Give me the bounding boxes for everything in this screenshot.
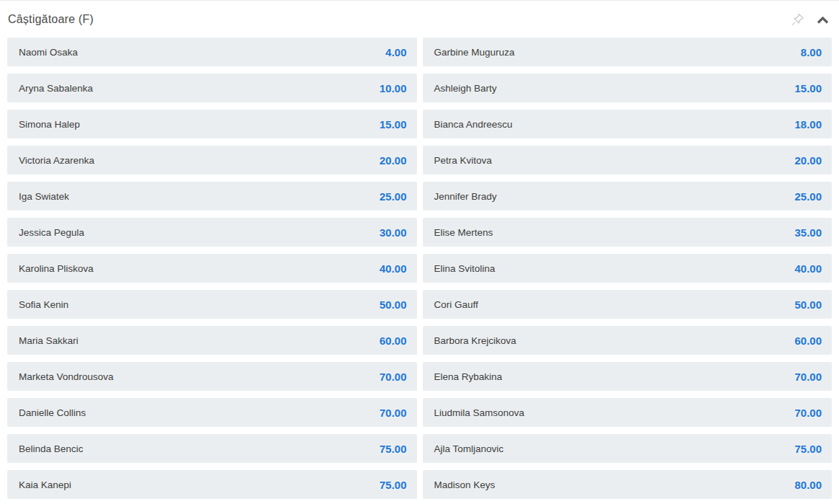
selection-odds: 80.00 bbox=[794, 479, 822, 491]
selection-row[interactable]: Cori Gauff50.00 bbox=[423, 290, 833, 319]
selection-name: Bianca Andreescu bbox=[434, 119, 513, 130]
selection-odds: 70.00 bbox=[379, 371, 407, 383]
selection-name: Garbine Muguruza bbox=[434, 47, 515, 58]
selection-odds: 75.00 bbox=[379, 479, 407, 491]
odds-market-panel: Câștigătoare (F) Naomi Osaka4.00 bbox=[0, 0, 839, 504]
selection-row[interactable]: Elina Svitolina40.00 bbox=[423, 254, 833, 283]
selections-column-right: Garbine Muguruza8.00Ashleigh Barty15.00B… bbox=[423, 37, 833, 499]
selection-name: Maria Sakkari bbox=[19, 335, 79, 346]
selection-odds: 8.00 bbox=[801, 46, 822, 58]
selection-name: Iga Swiatek bbox=[19, 191, 69, 202]
selection-odds: 30.00 bbox=[379, 226, 407, 239]
selection-row[interactable]: Danielle Collins70.00 bbox=[7, 398, 417, 427]
selection-odds: 15.00 bbox=[794, 82, 822, 94]
selection-odds: 25.00 bbox=[794, 190, 822, 203]
selection-name: Kaia Kanepi bbox=[19, 479, 71, 490]
selection-odds: 70.00 bbox=[794, 371, 822, 383]
selection-name: Petra Kvitova bbox=[434, 155, 492, 166]
selection-odds: 50.00 bbox=[379, 299, 407, 311]
chevron-up-icon bbox=[816, 14, 830, 25]
header-icons bbox=[790, 11, 830, 27]
selection-odds: 25.00 bbox=[379, 190, 407, 203]
selection-odds: 70.00 bbox=[794, 407, 822, 419]
selection-row[interactable]: Elise Mertens35.00 bbox=[423, 218, 833, 247]
selection-row[interactable]: Aryna Sabalenka10.00 bbox=[7, 74, 417, 102]
selection-name: Elise Mertens bbox=[434, 227, 493, 238]
selection-name: Belinda Bencic bbox=[19, 443, 83, 454]
selection-row[interactable]: Jennifer Brady25.00 bbox=[423, 182, 833, 211]
selection-name: Liudmila Samsonova bbox=[434, 407, 524, 418]
selection-row[interactable]: Petra Kvitova20.00 bbox=[423, 146, 833, 174]
selection-odds: 4.00 bbox=[385, 46, 406, 58]
selection-odds: 75.00 bbox=[379, 443, 407, 455]
selections-column-left: Naomi Osaka4.00Aryna Sabalenka10.00Simon… bbox=[7, 37, 417, 499]
selection-name: Barbora Krejcikova bbox=[434, 335, 517, 346]
selection-odds: 20.00 bbox=[379, 154, 407, 167]
selection-name: Ajla Tomljanovic bbox=[434, 443, 504, 454]
selection-name: Karolina Pliskova bbox=[19, 263, 94, 274]
selection-odds: 15.00 bbox=[379, 118, 407, 131]
selection-name: Jessica Pegula bbox=[19, 227, 84, 238]
selection-row[interactable]: Ashleigh Barty15.00 bbox=[423, 74, 833, 102]
selection-row[interactable]: Maria Sakkari60.00 bbox=[7, 326, 417, 355]
selections-grid: Naomi Osaka4.00Aryna Sabalenka10.00Simon… bbox=[0, 37, 839, 499]
selection-name: Madison Keys bbox=[434, 479, 496, 490]
selection-odds: 10.00 bbox=[379, 82, 407, 94]
selection-odds: 70.00 bbox=[379, 407, 407, 419]
selection-row[interactable]: Bianca Andreescu18.00 bbox=[423, 110, 833, 138]
selection-name: Sofia Kenin bbox=[19, 299, 69, 310]
selection-odds: 40.00 bbox=[794, 262, 822, 275]
selection-odds: 20.00 bbox=[794, 154, 822, 167]
selection-row[interactable]: Victoria Azarenka20.00 bbox=[7, 146, 417, 174]
selection-row[interactable]: Naomi Osaka4.00 bbox=[7, 37, 417, 66]
market-title: Câștigătoare (F) bbox=[8, 13, 94, 26]
selection-name: Aryna Sabalenka bbox=[19, 83, 93, 94]
selection-row[interactable]: Elena Rybakina70.00 bbox=[423, 362, 833, 391]
selection-name: Jennifer Brady bbox=[434, 191, 497, 202]
selection-row[interactable]: Garbine Muguruza8.00 bbox=[423, 37, 833, 66]
selection-row[interactable]: Iga Swiatek25.00 bbox=[7, 182, 417, 211]
selection-odds: 18.00 bbox=[794, 118, 822, 131]
selection-odds: 40.00 bbox=[379, 262, 407, 275]
selection-odds: 60.00 bbox=[794, 335, 822, 347]
selection-odds: 60.00 bbox=[379, 335, 407, 347]
selection-odds: 35.00 bbox=[794, 226, 822, 239]
pin-icon bbox=[790, 11, 807, 27]
selection-row[interactable]: Madison Keys80.00 bbox=[423, 470, 833, 499]
pin-button[interactable] bbox=[790, 11, 807, 27]
selection-name: Naomi Osaka bbox=[19, 47, 78, 58]
selection-name: Elina Svitolina bbox=[434, 263, 496, 274]
selection-row[interactable]: Sofia Kenin50.00 bbox=[7, 290, 417, 319]
selection-row[interactable]: Jessica Pegula30.00 bbox=[7, 218, 417, 247]
selection-row[interactable]: Karolina Pliskova40.00 bbox=[7, 254, 417, 283]
selection-row[interactable]: Belinda Bencic75.00 bbox=[7, 434, 417, 463]
selection-name: Ashleigh Barty bbox=[434, 83, 497, 94]
selection-name: Danielle Collins bbox=[19, 407, 86, 418]
selection-row[interactable]: Simona Halep15.00 bbox=[7, 110, 417, 138]
selection-odds: 50.00 bbox=[794, 299, 822, 311]
selection-odds: 75.00 bbox=[794, 443, 822, 455]
collapse-button[interactable] bbox=[816, 14, 830, 25]
selection-row[interactable]: Liudmila Samsonova70.00 bbox=[423, 398, 833, 427]
market-header: Câștigătoare (F) bbox=[0, 1, 839, 37]
selection-name: Victoria Azarenka bbox=[19, 155, 95, 166]
selection-name: Cori Gauff bbox=[434, 299, 478, 310]
selection-name: Elena Rybakina bbox=[434, 371, 503, 382]
selection-row[interactable]: Ajla Tomljanovic75.00 bbox=[423, 434, 833, 463]
selection-row[interactable]: Barbora Krejcikova60.00 bbox=[423, 326, 833, 355]
selection-row[interactable]: Kaia Kanepi75.00 bbox=[7, 470, 417, 499]
selection-name: Simona Halep bbox=[19, 119, 80, 130]
selection-row[interactable]: Marketa Vondrousova70.00 bbox=[7, 362, 417, 391]
selection-name: Marketa Vondrousova bbox=[19, 371, 113, 382]
